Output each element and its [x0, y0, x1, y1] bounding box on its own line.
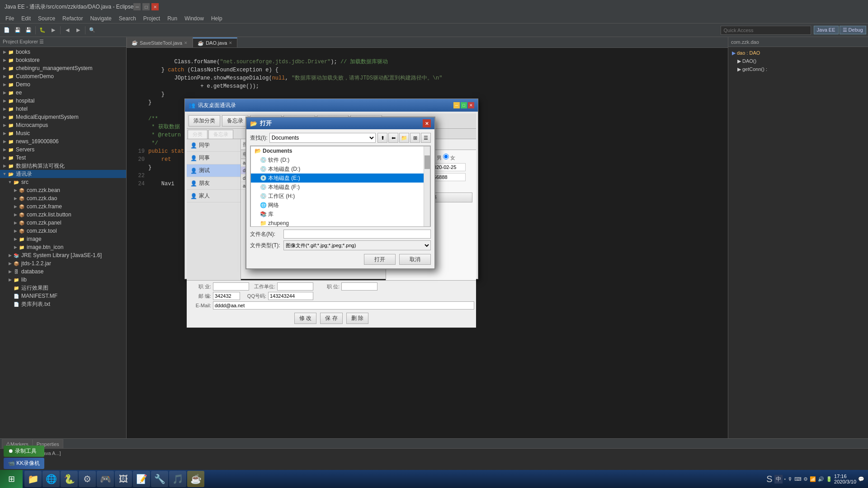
taskbar-app5[interactable]: 🎮: [97, 471, 114, 487]
taskbar-eclipse[interactable]: ☕: [187, 471, 204, 487]
dropdown-diskD[interactable]: 💿 本地磁盘 (D:): [251, 164, 430, 174]
taskbar-app9[interactable]: 🎵: [169, 471, 186, 487]
nav-colleagues[interactable]: 👤 同事: [187, 152, 241, 164]
tab-memo[interactable]: 备忘录: [208, 130, 233, 139]
tree-zzk-tool[interactable]: ▶ 📦 com.zzk.tool: [0, 227, 126, 235]
toolbar-save[interactable]: 💾: [13, 25, 23, 35]
tree-hospital[interactable]: ▶ 📁 hospital: [0, 97, 126, 105]
dropdown-diskE[interactable]: 💿 本地磁盘 (E:): [251, 174, 430, 183]
toolbar-debug[interactable]: 🐛: [38, 25, 47, 35]
tree-medical[interactable]: ▶ 📁 MedicalEquipmentSystem: [0, 113, 126, 121]
tray-notification-icon[interactable]: 💬: [858, 476, 864, 482]
tree-lib[interactable]: ▶ 📁 lib: [0, 276, 126, 284]
contacts-maximize-btn[interactable]: □: [461, 102, 467, 108]
tab-savestatetool[interactable]: ☕ SaveStateTool.java ✕: [127, 38, 193, 47]
taskbar-app8[interactable]: 🔧: [151, 471, 168, 487]
menu-source[interactable]: Source: [34, 14, 59, 23]
nav-folder-btn[interactable]: 📁: [399, 133, 409, 143]
tree-zzk-dao[interactable]: ▶ 📦 com.zzk.dao: [0, 194, 126, 202]
btn-save[interactable]: 保 存: [320, 313, 342, 324]
toolbar-run[interactable]: ▶: [48, 25, 58, 35]
project-tree[interactable]: ▶ 📁 books ▶ 📁 bookstore ▶ 📁 chebingru_ma…: [0, 47, 126, 438]
tree-zzk-list-button[interactable]: ▶ 📦 com.zzk.list.button: [0, 211, 126, 219]
tree-zzk-panel[interactable]: ▶ 📦 com.zzk.panel: [0, 219, 126, 227]
tab-dao[interactable]: ☕ DAO.java ✕: [193, 38, 237, 47]
btn-memo[interactable]: 备忘录: [222, 115, 248, 127]
close-tab-icon[interactable]: ✕: [229, 41, 232, 45]
tree-algorithm[interactable]: ▶ 📁 数据结构算法可视化: [0, 162, 126, 170]
toolbar-new[interactable]: 📄: [2, 25, 12, 35]
tree-effect-imgs[interactable]: 📁 运行效果图: [0, 284, 126, 292]
btn-add-category[interactable]: 添加分类: [189, 115, 220, 127]
nav-test[interactable]: 👤 测试: [187, 164, 241, 177]
tree-test[interactable]: ▶ 📁 Test: [0, 154, 126, 162]
dropdown-diskF[interactable]: 💿 本地磁盘 (F:): [251, 183, 430, 192]
filetype-select[interactable]: 图像文件(*.gif;*.jpg;*.jpeg;*.png): [283, 240, 431, 250]
postcode-input[interactable]: [213, 292, 240, 300]
tree-books[interactable]: ▶ 📁 books: [0, 48, 126, 56]
perspective-debug[interactable]: ☰ Debug: [840, 26, 866, 34]
open-btn[interactable]: 打开: [364, 254, 396, 265]
menu-file[interactable]: File: [2, 14, 18, 23]
email-input[interactable]: [213, 301, 474, 310]
dropdown-library[interactable]: 📚 库: [251, 210, 430, 219]
tree-src[interactable]: ▼ 📂 src: [0, 178, 126, 186]
nav-grid-btn[interactable]: ⊞: [410, 133, 420, 143]
nav-list-btn[interactable]: ☰: [421, 133, 431, 143]
scrollbar-thumb[interactable]: [425, 155, 430, 169]
toolbar-search[interactable]: 🔍: [87, 25, 97, 35]
tree-image[interactable]: ▶ 📁 image: [0, 235, 126, 243]
close-tab-icon[interactable]: ✕: [184, 41, 188, 45]
btn-modify[interactable]: 修 改: [294, 313, 316, 324]
tree-demo[interactable]: ▶ 📁 Demo: [0, 80, 126, 89]
minimize-btn[interactable]: ─: [133, 3, 141, 10]
kk-recorder-btn[interactable]: 📹 KK录像机: [4, 458, 44, 469]
toolbar-saveall[interactable]: 💾: [24, 25, 33, 35]
toolbar-prev[interactable]: ◀: [62, 25, 72, 35]
taskbar-app4[interactable]: ⚙: [79, 471, 96, 487]
taskbar-browser[interactable]: 🌐: [42, 471, 60, 487]
taskbar-explorer[interactable]: 📁: [24, 471, 42, 487]
menu-edit[interactable]: Edit: [18, 14, 34, 23]
tree-liblist[interactable]: 📄 类库列表.txt: [0, 300, 126, 308]
occupation-input[interactable]: [213, 282, 249, 291]
scrollbar-vertical[interactable]: [424, 146, 430, 227]
outline-item-dao[interactable]: ▶ dao : DAO: [730, 49, 866, 57]
menu-navigate[interactable]: Navigate: [86, 14, 115, 23]
contacts-minimize-btn[interactable]: ─: [453, 102, 460, 108]
outline-item-DAO[interactable]: ▶ DAO(): [730, 57, 866, 65]
nav-friends[interactable]: 👤 朋友: [187, 177, 241, 190]
nav-family[interactable]: 👤 家人: [187, 190, 241, 202]
menu-refactor[interactable]: Refactor: [59, 14, 86, 23]
tree-music[interactable]: ▶ 📁 Music: [0, 129, 126, 137]
tree-bookstore[interactable]: ▶ 📁 bookstore: [0, 56, 126, 64]
tree-chebingru[interactable]: ▶ 📁 chebingru_managementSystem: [0, 64, 126, 72]
tab-category[interactable]: 分类: [188, 130, 208, 139]
nav-back-btn[interactable]: ⬅: [388, 133, 398, 143]
outline-item-getConn[interactable]: ▶ getConn() :: [730, 65, 866, 73]
dropdown-software[interactable]: 💿 软件 (D:): [251, 155, 430, 164]
file-cancel-btn[interactable]: 取消: [399, 254, 431, 265]
nav-classmates[interactable]: 👤 同学: [187, 139, 241, 152]
tree-zzk-frame[interactable]: ▶ 📦 com.zzk.frame: [0, 202, 126, 211]
nav-up-btn[interactable]: ⬆: [377, 133, 387, 143]
taskbar-app6[interactable]: 🖼: [115, 471, 132, 487]
tree-contacts[interactable]: ▼ 📂 通讯录: [0, 170, 126, 178]
dropdown-zhupeng[interactable]: 📁 zhupeng: [251, 219, 430, 227]
file-open-close-btn[interactable]: ✕: [423, 119, 431, 127]
tree-manifest[interactable]: 📄 MANIFEST.MF: [0, 292, 126, 300]
file-tree[interactable]: 📂 Documents 💿 软件 (D:) 💿 本地磁盘 (D:) 💿 本地磁盘…: [250, 145, 431, 227]
toolbar-next[interactable]: ▶: [73, 25, 83, 35]
tree-jtds[interactable]: ▶ 📦 jtds-1.2.2.jar: [0, 259, 126, 267]
tree-hotel[interactable]: ▶ 📁 hotel: [0, 105, 126, 113]
menu-window[interactable]: Window: [181, 14, 208, 23]
menu-help[interactable]: Help: [208, 14, 226, 23]
tree-news[interactable]: ▶ 📁 news_169000806: [0, 137, 126, 145]
tree-microcampus[interactable]: ▶ 📁 Microcampus: [0, 121, 126, 129]
btn-delete[interactable]: 删 除: [346, 313, 368, 324]
quick-access-input[interactable]: [721, 26, 811, 35]
tree-zzk-bean[interactable]: ▶ 📦 com.zzk.bean: [0, 186, 126, 194]
menu-search[interactable]: Search: [115, 14, 140, 23]
close-btn[interactable]: ✕: [151, 3, 159, 10]
tree-jre[interactable]: ▶ 📚 JRE System Library [JavaSE-1.6]: [0, 251, 126, 259]
